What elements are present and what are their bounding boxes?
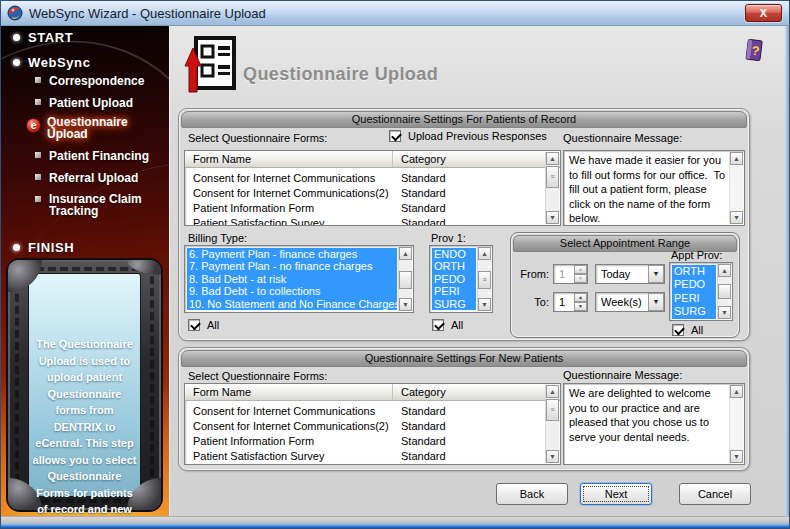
checkbox-checked-icon	[672, 324, 684, 336]
list-item[interactable]: 9. Bad Debt - to collections	[187, 285, 397, 297]
step-description-text: The Questionnaire Upload is used to uplo…	[32, 336, 137, 518]
appt-prov-listbox[interactable]: ORTH PEDO PERI SURG ▲ ▼	[669, 262, 733, 321]
forms-table[interactable]: Form Name Category Consent for Internet …	[184, 383, 561, 465]
dropdown-arrow-icon[interactable]: ▼	[648, 265, 664, 283]
table-header[interactable]: Form Name Category	[185, 384, 560, 401]
column-header-category[interactable]: Category	[393, 384, 450, 400]
list-item[interactable]: SURG	[672, 305, 716, 318]
prov1-label: Prov 1:	[431, 232, 466, 244]
questionnaire-message-input[interactable]: We have made it easier for you to fill o…	[565, 152, 729, 224]
sidebar-item-referral-upload[interactable]: Referral Upload	[35, 171, 138, 185]
message-scrollbar[interactable]: ▲ ▼	[729, 385, 743, 463]
list-item[interactable]: 10. No Statement and No Finance Charges	[187, 298, 397, 310]
sidebar-item-patient-upload[interactable]: Patient Upload	[35, 96, 133, 110]
list-item[interactable]: PERI	[432, 285, 476, 297]
listbox-scrollbar[interactable]: ▲ ▼	[717, 264, 731, 319]
list-item[interactable]: PEDO	[432, 273, 476, 285]
scroll-down-icon[interactable]: ▼	[478, 298, 491, 311]
sidebar-item-websync[interactable]: WebSync	[13, 55, 90, 70]
checkbox-checked-icon	[188, 319, 200, 331]
sidebar-item-insurance-claim-tracking[interactable]: Insurance Claim Tracking	[35, 193, 159, 217]
scroll-down-icon[interactable]: ▼	[546, 211, 559, 224]
list-item[interactable]: 6. Payment Plan - finance charges	[187, 248, 397, 260]
table-row[interactable]: Patient Satisfaction SurveyStandard	[185, 448, 560, 463]
scroll-down-icon[interactable]: ▼	[718, 306, 731, 319]
scroll-down-icon[interactable]: ▼	[399, 298, 412, 311]
billing-all-checkbox[interactable]: All	[188, 319, 219, 331]
scroll-thumb[interactable]	[399, 271, 412, 289]
scroll-thumb[interactable]	[718, 284, 731, 299]
table-row[interactable]: Consent for Internet Communications(2)St…	[185, 185, 560, 200]
websync-wizard-window: WebSync Wizard - Questionnaire Upload X …	[0, 0, 790, 529]
sidebar-item-finish[interactable]: FINISH	[13, 240, 74, 255]
forms-table[interactable]: Form Name Category Consent for Internet …	[184, 150, 561, 226]
upload-previous-responses-checkbox[interactable]: Upload Previous Responses	[389, 130, 547, 142]
scroll-up-icon[interactable]: ▲	[546, 385, 559, 398]
questionnaire-message-label: Questionnaire Message:	[563, 369, 682, 381]
app-logo-icon	[7, 5, 23, 21]
next-button[interactable]: Next	[580, 483, 652, 505]
sidebar-item-questionnaire-upload-active[interactable]: e Questionnaire Upload	[26, 116, 141, 140]
appt-prov-all-checkbox[interactable]: All	[672, 324, 703, 336]
to-value-spinner[interactable]: 1 ▲▼	[553, 292, 588, 312]
sidebar-item-patient-financing[interactable]: Patient Financing	[35, 149, 149, 163]
scroll-thumb[interactable]: ≡	[546, 399, 559, 421]
table-header[interactable]: Form Name Category	[185, 151, 560, 168]
square-bullet-icon	[35, 196, 41, 202]
message-scrollbar[interactable]: ▲ ▼	[729, 152, 743, 224]
scroll-down-icon[interactable]: ▼	[730, 211, 743, 224]
scroll-thumb[interactable]: ≡	[546, 166, 559, 188]
prov1-listbox[interactable]: ENDO ORTH PEDO PERI SURG ▲ ≡ ▼	[429, 245, 493, 313]
table-row[interactable]: Patient Satisfaction SurveyStandard	[185, 215, 560, 226]
scroll-up-icon[interactable]: ▲	[718, 264, 731, 277]
list-item[interactable]: PEDO	[672, 278, 716, 291]
scroll-up-icon[interactable]: ▲	[546, 152, 559, 165]
scroll-up-icon[interactable]: ▲	[399, 247, 412, 260]
listbox-scrollbar[interactable]: ▲ ▼	[398, 247, 412, 311]
table-scrollbar[interactable]: ▲ ≡ ▼	[545, 385, 559, 463]
list-item[interactable]: ORTH	[672, 265, 716, 278]
list-item[interactable]: PERI	[672, 292, 716, 305]
sidebar-item-start[interactable]: START	[13, 30, 73, 45]
list-item[interactable]: ENDO	[432, 248, 476, 260]
billing-type-listbox[interactable]: 6. Payment Plan - finance charges 7. Pay…	[184, 245, 414, 313]
table-row[interactable]: Consent for Internet CommunicationsStand…	[185, 170, 560, 185]
dropdown-arrow-icon[interactable]: ▼	[648, 293, 664, 311]
scroll-up-icon[interactable]: ▲	[478, 247, 491, 260]
back-button[interactable]: Back	[496, 483, 568, 505]
cancel-button[interactable]: Cancel	[679, 483, 751, 505]
scroll-up-icon[interactable]: ▲	[730, 385, 743, 398]
column-header-form-name[interactable]: Form Name	[185, 151, 393, 167]
help-book-icon[interactable]: ?	[743, 38, 765, 64]
scroll-down-icon[interactable]: ▼	[546, 450, 559, 463]
spin-up-icon[interactable]: ▲	[574, 265, 587, 274]
sidebar-item-correspondence[interactable]: Correspondence	[35, 74, 144, 88]
scroll-up-icon[interactable]: ▲	[730, 152, 743, 165]
from-value-spinner[interactable]: 1 ▲▼	[553, 264, 588, 284]
list-item[interactable]: 7. Payment Plan - no finance charges	[187, 260, 397, 272]
scroll-thumb[interactable]: ≡	[478, 271, 491, 289]
table-row[interactable]: Patient Information FormStandard	[185, 433, 560, 448]
from-period-dropdown[interactable]: Today ▼	[595, 264, 665, 284]
spin-down-icon[interactable]: ▼	[574, 274, 587, 283]
page-title: Questionnaire Upload	[243, 64, 438, 85]
list-item[interactable]: ORTH	[432, 260, 476, 272]
questionnaire-message-input[interactable]: We are delighted to welcome you to our p…	[565, 385, 729, 463]
table-scrollbar[interactable]: ▲ ≡ ▼	[545, 152, 559, 224]
window-title: WebSync Wizard - Questionnaire Upload	[29, 6, 266, 21]
listbox-scrollbar[interactable]: ▲ ≡ ▼	[477, 247, 491, 311]
spin-down-icon[interactable]: ▼	[574, 302, 587, 311]
table-row[interactable]: Consent for Internet Communications(2)St…	[185, 418, 560, 433]
list-item[interactable]: 8. Bad Debt - at risk	[187, 273, 397, 285]
to-period-dropdown[interactable]: Week(s) ▼	[595, 292, 665, 312]
column-header-form-name[interactable]: Form Name	[185, 384, 393, 400]
column-header-category[interactable]: Category	[393, 151, 450, 167]
prov1-all-checkbox[interactable]: All	[432, 319, 463, 331]
billing-type-label: Billing Type:	[188, 232, 247, 244]
table-row[interactable]: Consent for Internet CommunicationsStand…	[185, 403, 560, 418]
spin-up-icon[interactable]: ▲	[574, 293, 587, 302]
table-row[interactable]: Patient Information FormStandard	[185, 200, 560, 215]
list-item[interactable]: SURG	[432, 298, 476, 310]
close-button[interactable]: X	[745, 4, 782, 22]
scroll-down-icon[interactable]: ▼	[730, 450, 743, 463]
